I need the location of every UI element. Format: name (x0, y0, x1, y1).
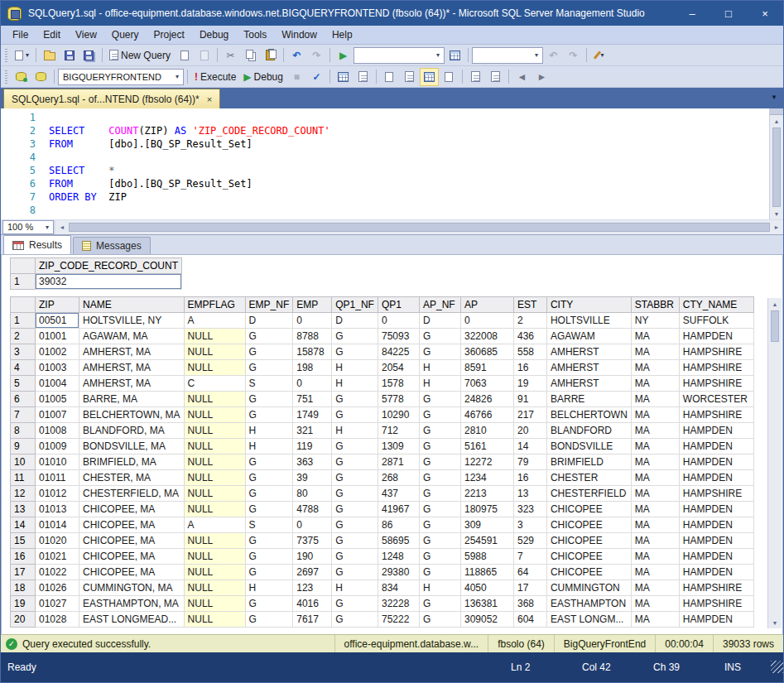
tab-close-icon[interactable]: × (207, 94, 212, 104)
editor-horizontal-scrollbar[interactable]: ◄ ► (55, 220, 783, 234)
toolbar-options-button[interactable]: ▾ (590, 46, 609, 65)
grid-cell[interactable]: G (419, 455, 460, 470)
grid-cell[interactable]: S (245, 376, 293, 392)
grid-cell[interactable]: NULL (184, 407, 245, 423)
scroll-down-icon[interactable]: ▼ (768, 617, 782, 628)
row-number[interactable]: 17 (11, 565, 36, 580)
save-button[interactable] (60, 46, 79, 65)
grid-cell[interactable]: HAMPDEN (679, 439, 753, 455)
grid-cell[interactable]: MA (631, 360, 679, 376)
connect-button[interactable] (12, 68, 31, 86)
grid-cell[interactable]: G (245, 533, 293, 549)
grid-cell[interactable]: 309052 (460, 612, 513, 628)
grid-cell[interactable]: BRIMFIELD, MA (79, 455, 185, 470)
grid-cell[interactable]: NULL (184, 439, 245, 455)
grid-cell[interactable]: NULL (184, 612, 245, 628)
grid-cell[interactable]: MA (631, 612, 679, 628)
zoom-selector[interactable]: 100 % ▾ (2, 220, 54, 234)
grid-cell[interactable]: G (332, 439, 378, 455)
grid-cell[interactable]: 1248 (378, 549, 419, 565)
grid-cell[interactable]: 119 (293, 439, 332, 455)
grid-cell[interactable]: 136381 (460, 596, 513, 612)
grid-cell[interactable]: 01011 (36, 470, 79, 486)
close-button[interactable]: × (747, 1, 783, 26)
code-line[interactable]: 3FROM [dbo].[BQ_SP_Result_Set] (1, 137, 769, 151)
grid-cell[interactable]: G (419, 502, 460, 517)
grid-cell[interactable]: 01007 (36, 407, 79, 423)
row-number[interactable]: 13 (11, 502, 36, 517)
toolbar-grip[interactable] (5, 49, 7, 62)
tab-list-dropdown-icon[interactable]: ▼ (771, 94, 777, 101)
grid-cell[interactable]: MA (631, 486, 679, 502)
grid-cell[interactable]: MA (631, 565, 679, 580)
grid-cell[interactable]: 32228 (378, 596, 419, 612)
grid-cell[interactable]: 01005 (36, 392, 79, 407)
estimated-plan-button[interactable] (334, 68, 353, 86)
minimize-button[interactable]: – (674, 1, 710, 26)
chevron-down-icon[interactable]: ▾ (432, 48, 444, 63)
row-number[interactable]: 15 (11, 533, 36, 549)
grid-cell[interactable]: MA (631, 580, 679, 596)
grid-cell[interactable]: 12272 (460, 455, 513, 470)
grid-cell[interactable]: G (332, 502, 378, 517)
grid-cell[interactable]: CHICOPEE (546, 517, 631, 533)
grid-cell[interactable]: A (184, 313, 245, 329)
grid-cell[interactable]: 24826 (460, 392, 513, 407)
undo-button[interactable]: ↶ (287, 46, 306, 65)
column-header-emp-nf[interactable]: EMP_NF (245, 297, 293, 313)
grid-cell[interactable]: NULL (184, 470, 245, 486)
row-number[interactable]: 6 (11, 392, 36, 407)
grid-cell[interactable]: CHICOPEE, MA (79, 549, 185, 565)
grid-cell[interactable]: G (332, 344, 378, 360)
grid-cell[interactable]: G (332, 533, 378, 549)
grid-cell[interactable]: MA (631, 470, 679, 486)
column-header-emp[interactable]: EMP (293, 297, 332, 313)
grid-cell[interactable]: HAMPDEN (679, 470, 753, 486)
grid-cell[interactable]: 79 (513, 455, 546, 470)
start-button[interactable]: ▶ (334, 46, 353, 65)
grid-splitter[interactable] (10, 290, 782, 296)
grid-cell[interactable]: 2871 (378, 455, 419, 470)
grid-cell[interactable]: AMHERST (546, 360, 631, 376)
grid-cell[interactable]: 5161 (460, 439, 513, 455)
grid-cell[interactable]: G (419, 470, 460, 486)
grid-cell[interactable]: 4050 (460, 580, 513, 596)
grid-cell[interactable]: 436 (513, 329, 546, 344)
database-engine-query-button[interactable] (175, 46, 194, 65)
row-number[interactable]: 8 (11, 423, 36, 439)
document-tab[interactable]: SQLQuery1.sql - of...NTEND (fbsolo (64))… (3, 89, 220, 108)
grid-cell[interactable]: 41967 (378, 502, 419, 517)
menu-edit[interactable]: Edit (36, 26, 68, 44)
grid-cell[interactable]: 322008 (460, 329, 513, 344)
code-line[interactable]: 8 (1, 204, 769, 217)
grid-cell[interactable]: 01001 (36, 329, 79, 344)
parse-button[interactable]: ✓ (307, 68, 326, 86)
grid-cell[interactable]: 2810 (460, 423, 513, 439)
grid-cell[interactable]: G (245, 502, 293, 517)
grid-cell[interactable]: MA (631, 517, 679, 533)
grid-cell[interactable]: HAMPSHIRE (679, 580, 753, 596)
results-to-grid-button[interactable] (420, 68, 439, 86)
grid-cell[interactable]: 0 (293, 313, 332, 329)
grid-cell[interactable]: G (419, 612, 460, 628)
grid-cell[interactable]: 123 (293, 580, 332, 596)
new-query-button[interactable]: New Query (106, 46, 174, 65)
grid-cell[interactable]: 01003 (36, 360, 79, 376)
decrease-indent-button[interactable]: ◄ (512, 68, 531, 86)
grid-cell[interactable]: 01002 (36, 344, 79, 360)
grid-cell[interactable]: NULL (184, 455, 245, 470)
scroll-right-icon[interactable]: ► (770, 224, 783, 230)
grid-cell[interactable]: G (245, 455, 293, 470)
grid-cell[interactable]: 8591 (460, 360, 513, 376)
grid-cell[interactable]: 0 (378, 313, 419, 329)
grid-cell[interactable]: MA (631, 407, 679, 423)
grid-cell[interactable]: MA (631, 344, 679, 360)
grid-cell[interactable]: NULL (184, 596, 245, 612)
grid-cell[interactable]: 4788 (293, 502, 332, 517)
grid-cell[interactable]: 5988 (460, 549, 513, 565)
change-connection-button[interactable] (31, 68, 51, 86)
grid-cell[interactable]: MA (631, 596, 679, 612)
grid-cell[interactable]: G (419, 565, 460, 580)
grid-cell[interactable]: A (184, 517, 245, 533)
grid-cell[interactable]: G (332, 470, 378, 486)
